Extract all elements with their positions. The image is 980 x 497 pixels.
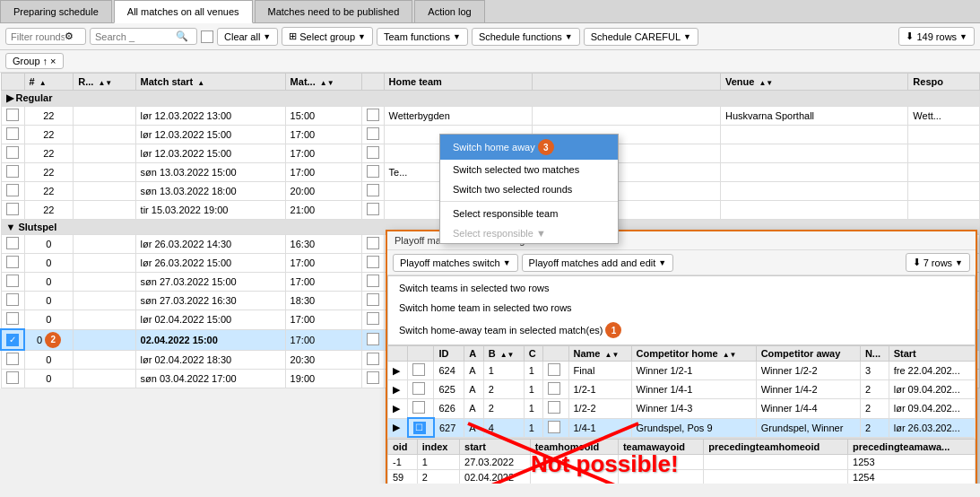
sub-item-switch-home-away[interactable]: Switch home-away team in selected match(… [388,318,975,343]
inner-table-row: ▶ 625 A 2 1 1/2-1 Winner 1/4-1 Winner 1/… [388,380,976,399]
dropdown-item-switch-home[interactable]: Switch home away 3 [440,135,618,160]
dropdown-item-switch-rounds[interactable]: Switch two selected rounds [440,179,618,199]
grid-icon: ⊞ [289,31,297,42]
col-venue[interactable]: Venue ▲▼ [720,74,907,91]
inner-highlighted-row: ▶ ☐ 627 A 4 1 1/4-1 Grundspel, Pos 9 Gru… [388,418,976,437]
playoff-switch-btn[interactable]: Playoff matches switch ▼ [393,254,518,272]
col-check [1,74,24,91]
download-button[interactable]: ⬇ 149 rows ▼ [898,27,975,46]
col-round[interactable]: R... ▲▼ [74,74,135,91]
dropdown-item-switch-two[interactable]: Switch selected two matches [440,160,618,179]
inner-col-comp-away[interactable]: Competitor away [756,346,860,362]
inner-col-id[interactable]: ID [434,346,464,362]
inner-col-start[interactable]: Start [889,346,975,362]
filter-icon: ⚙ [65,31,74,42]
sub-item-switch-home-two[interactable]: Switch home team in selected two rows [388,298,975,318]
inner-col-check [408,346,434,362]
inner-table: ID A B ▲▼ C Name ▲▼ Competitor home ▲▼ C… [387,345,976,438]
main-toolbar: ⚙ 🔍 Clear all ▼ ⊞ Select group ▼ Team fu… [0,23,980,50]
tab-action-log[interactable]: Action log [414,0,484,22]
group-sort-asc: ↑ [43,56,48,66]
section-regular-label: ▶ Regular [1,91,980,107]
dropdown-item-select-resp2[interactable]: Select responsible ▼ [440,223,618,243]
badge-2: 2 [45,332,61,348]
data-col-index: index [417,440,459,455]
inner-subdropdown: Switch teams in selected two rows Switch… [387,275,976,345]
inner-table-row: ▶ 624 A 1 1 Final Winner 1/2-1 Winner 1/… [388,362,976,380]
inner-checkbox-checked[interactable]: ☐ [413,422,426,434]
col-num[interactable]: # ▲ [24,74,74,91]
badge-3: 3 [538,139,554,155]
schedule-functions-arrow: ▼ [565,32,573,41]
schedule-careful-button[interactable]: Schedule CAREFUL ▼ [584,28,698,46]
search-field[interactable] [95,31,176,42]
inner-col-expand [388,346,408,362]
team-functions-arrow: ▼ [453,32,461,41]
data-col-start: start [460,440,531,455]
inner-col-a[interactable]: A [464,346,483,362]
inner-download-btn[interactable]: ⬇ 7 rows ▼ [906,253,970,272]
data-row: 59 2 02.04.2022 1254 [388,470,976,484]
group-chip[interactable]: Group ↑ × [5,53,64,69]
inner-col-check2 [543,346,568,362]
badge-1: 1 [605,322,621,338]
schedule-careful-arrow: ▼ [683,32,691,41]
data-col-teamhome: teamhomeoid [530,440,618,455]
playoff-add-btn[interactable]: Playoff matches add and edit ▼ [522,254,674,272]
col-resp[interactable]: Respo [908,74,980,91]
search-box[interactable]: 🔍 [90,28,197,45]
data-col-prec-away: precedingteamawa... [848,440,976,455]
inner-col-comp-home[interactable]: Competitor home ▲▼ [631,346,756,362]
col-check2 [361,74,384,91]
tab-preparing[interactable]: Preparing schedule [0,0,112,22]
inner-data-section: oid index start teamhomeoid teamawayoid … [387,438,976,484]
col-match-start[interactable]: Match start ▲ [135,74,285,91]
team-functions-dropdown: Switch home away 3 Switch selected two m… [439,134,619,244]
filter-rounds-input[interactable]: ⚙ [5,28,86,45]
inner-popup: Playoff matches in active league level: … [386,230,977,484]
search-icon: 🔍 [176,31,188,42]
dropdown-divider [440,201,618,202]
filter-rounds-field[interactable] [11,31,65,42]
inner-col-name[interactable]: Name ▲▼ [568,346,631,362]
inner-col-b[interactable]: B ▲▼ [483,346,524,362]
dropdown-item-select-resp[interactable]: Select responsible team [440,204,618,223]
group-bar: Group ↑ × [0,50,980,73]
select-all-checkbox[interactable] [201,31,213,43]
col-home-team[interactable]: Home team [384,74,532,91]
schedule-functions-button[interactable]: Schedule functions ▼ [472,28,580,46]
select-group-arrow: ▼ [358,32,366,41]
team-functions-button[interactable]: Team functions ▼ [377,28,468,46]
data-col-oid: oid [388,440,418,455]
section-regular: ▶ Regular [1,91,980,107]
inner-popup-toolbar: Playoff matches switch ▼ Playoff matches… [387,250,976,275]
tab-need-publish[interactable]: Matches need to be published [255,0,413,22]
data-col-teamaway: teamawayoid [618,440,703,455]
group-close[interactable]: × [50,56,56,66]
inner-data-table: oid index start teamhomeoid teamawayoid … [387,439,976,484]
select-group-button[interactable]: ⊞ Select group ▼ [282,27,373,46]
tab-all-matches[interactable]: All matches on all venues [114,0,253,23]
col-mat[interactable]: Mat... ▲▼ [285,74,361,91]
col-away-team [532,74,720,91]
inner-table-row: ▶ 626 A 2 1 1/2-2 Winner 1/4-3 Winner 1/… [388,399,976,419]
main-table-wrap: # ▲ R... ▲▼ Match start ▲ Mat... ▲▼ Home… [0,73,980,484]
data-col-prec-home: precedingteamhomeoid [704,440,848,455]
sub-item-switch-two-rows[interactable]: Switch teams in selected two rows [388,278,975,298]
inner-col-n[interactable]: N... [860,346,889,362]
row-checkbox-checked[interactable]: ✓ [6,334,19,346]
inner-col-c[interactable]: C [524,346,542,362]
inner-table-wrap: ID A B ▲▼ C Name ▲▼ Competitor home ▲▼ C… [387,345,976,438]
tabs-bar: Preparing schedule All matches on all ve… [0,0,980,23]
clear-all-button[interactable]: Clear all ▼ [217,28,278,46]
download-icon: ⬇ [906,31,914,42]
clear-all-arrow: ▼ [263,32,271,41]
table-row: 22 lør 12.03.2022 13:00 15:00 Wetterbygd… [1,107,980,126]
data-row: -1 1 27.03.2022 1253 [388,455,976,470]
rows-arrow: ▼ [959,32,967,41]
